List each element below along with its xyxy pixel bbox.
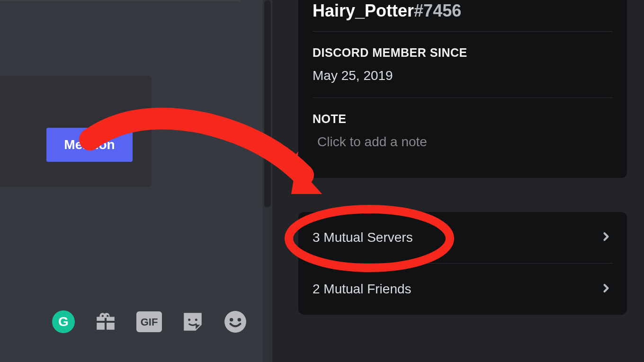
member-since-value: May 25, 2019 — [313, 68, 613, 83]
svg-point-2 — [188, 318, 190, 321]
mutual-servers-row[interactable]: 3 Mutual Servers — [298, 212, 627, 263]
emoji-icon[interactable] — [224, 310, 247, 334]
profile-panel: Hairy_Potter#7456 DISCORD MEMBER SINCE M… — [272, 0, 644, 362]
discriminator-text: #7456 — [414, 1, 461, 20]
username-text: Hairy_Potter — [313, 1, 414, 20]
mutual-servers-label: 3 Mutual Servers — [313, 230, 413, 245]
svg-point-6 — [238, 318, 242, 322]
scrollbar-track[interactable] — [263, 0, 272, 362]
top-divider — [0, 0, 242, 1]
svg-point-4 — [224, 311, 246, 333]
username-row: Hairy_Potter#7456 — [313, 0, 613, 31]
chevron-right-icon — [599, 282, 613, 297]
grammarly-letter: G — [58, 314, 69, 329]
sticker-icon[interactable] — [181, 310, 205, 334]
gift-icon[interactable] — [94, 310, 117, 334]
chat-panel: Mention G GIF — [0, 0, 263, 362]
svg-point-3 — [195, 318, 197, 321]
divider — [313, 97, 613, 98]
svg-point-5 — [230, 318, 233, 322]
mention-button[interactable]: Mention — [46, 128, 133, 162]
gif-icon[interactable]: GIF — [136, 311, 162, 332]
svg-text:GIF: GIF — [141, 316, 158, 328]
note-input[interactable] — [313, 134, 613, 150]
mutual-card: 3 Mutual Servers 2 Mutual Friends — [298, 212, 627, 315]
member-since-label: DISCORD MEMBER SINCE — [313, 46, 613, 60]
message-attachment-card: Mention — [0, 76, 152, 187]
note-label: NOTE — [313, 112, 613, 126]
profile-info-card: Hairy_Potter#7456 DISCORD MEMBER SINCE M… — [298, 0, 627, 178]
mutual-friends-row[interactable]: 2 Mutual Friends — [298, 264, 627, 315]
mutual-friends-label: 2 Mutual Friends — [313, 282, 411, 297]
divider — [313, 31, 613, 32]
message-toolbar: G GIF — [52, 310, 247, 334]
grammarly-icon[interactable]: G — [52, 310, 75, 333]
chevron-right-icon — [599, 230, 613, 245]
scrollbar-thumb[interactable] — [264, 0, 271, 207]
